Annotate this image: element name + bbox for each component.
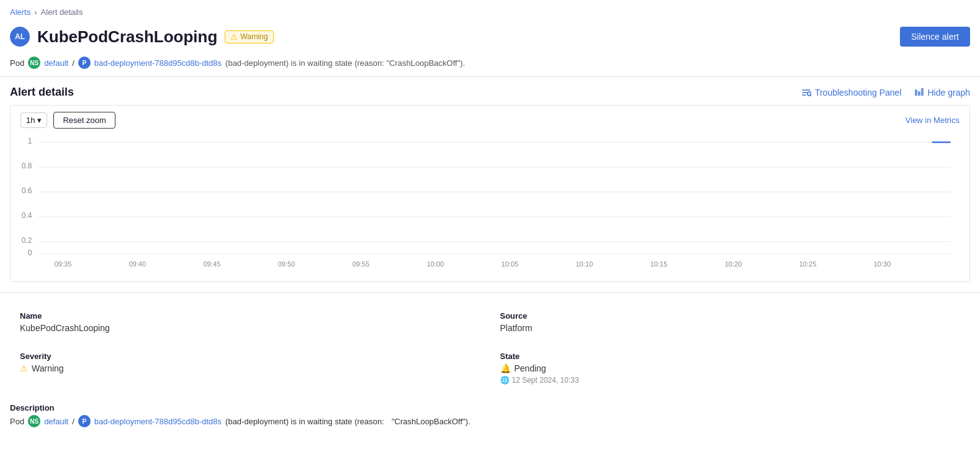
alert-details-title: Alert details (10, 86, 74, 99)
svg-text:0.6: 0.6 (22, 186, 32, 195)
state-value: Pending (515, 363, 546, 373)
globe-icon: 🌐 (500, 376, 510, 385)
since-value: 12 Sept 2024, 10:33 (512, 376, 579, 385)
svg-text:1: 1 (28, 137, 32, 145)
severity-warning-icon: ⚠ (20, 363, 28, 373)
svg-text:0.4: 0.4 (22, 211, 32, 220)
breadcrumb-current: Alert details (41, 7, 83, 17)
warning-icon: ⚠ (230, 32, 238, 42)
pod-prefix: Pod (10, 58, 24, 68)
graph-container: 1h ▾ Reset zoom View in Metrics 1 0.8 0.… (10, 105, 970, 282)
troubleshooting-label: Troubleshooting Panel (815, 88, 902, 98)
svg-text:10:00: 10:00 (427, 260, 444, 268)
state-value-container: 🔔 Pending (500, 363, 961, 373)
chart-svg: 1 0.8 0.6 0.4 0.2 0 09:35 09:40 09:45 09… (11, 132, 960, 269)
alert-details-header: Alert details Troubleshooting Panel Hide… (0, 77, 980, 105)
desc-pod-prefix: Pod (10, 417, 24, 426)
svg-text:10:30: 10:30 (874, 260, 891, 268)
warning-badge-label: Warning (240, 32, 267, 41)
namespace-link[interactable]: default (44, 58, 68, 68)
info-source-cell: Source Platform (490, 305, 971, 345)
svg-text:09:35: 09:35 (55, 260, 72, 268)
description-content: Pod NS default / P bad-deployment-788d95… (10, 415, 970, 427)
breadcrumb-separator: › (34, 7, 37, 17)
info-name-cell: Name KubePodCrashLooping (10, 305, 490, 345)
chart-area: 1 0.8 0.6 0.4 0.2 0 09:35 09:40 09:45 09… (11, 132, 969, 281)
svg-text:09:45: 09:45 (204, 260, 221, 268)
avatar: AL (10, 27, 30, 47)
troubleshooting-panel-button[interactable]: Troubleshooting Panel (801, 88, 902, 98)
time-range-value: 1h (26, 116, 35, 125)
svg-text:0: 0 (28, 248, 32, 257)
since-container: 🌐 12 Sept 2024, 10:33 (500, 376, 961, 385)
ns-badge: NS (28, 57, 40, 69)
svg-text:0.2: 0.2 (22, 236, 32, 245)
svg-text:10:20: 10:20 (725, 260, 742, 268)
svg-text:10:05: 10:05 (501, 260, 519, 268)
pod-link[interactable]: bad-deployment-788d95cd8b-dtd8s (94, 58, 222, 68)
graph-controls: 1h ▾ Reset zoom View in Metrics (11, 106, 969, 132)
svg-rect-1 (915, 89, 917, 96)
desc-ns-badge: NS (28, 415, 40, 427)
desc-p-badge: P (78, 415, 91, 427)
warning-badge: ⚠ Warning (225, 30, 273, 43)
silence-alert-button[interactable]: Silence alert (900, 27, 970, 47)
alert-header: AL KubePodCrashLooping ⚠ Warning Silence… (0, 22, 980, 54)
info-grid: Name KubePodCrashLooping Source Platform… (0, 292, 980, 397)
svg-text:09:50: 09:50 (278, 260, 295, 268)
svg-rect-3 (921, 88, 924, 96)
desc-namespace-link[interactable]: default (44, 417, 68, 426)
hide-graph-icon (914, 88, 924, 98)
breadcrumb: Alerts › Alert details (0, 0, 980, 22)
svg-text:10:15: 10:15 (650, 260, 668, 268)
svg-text:0.8: 0.8 (22, 162, 32, 170)
svg-text:09:55: 09:55 (353, 260, 370, 268)
description-label: Description (10, 403, 970, 412)
severity-value-container: ⚠ Warning (20, 363, 480, 373)
hide-graph-button[interactable]: Hide graph (914, 88, 971, 98)
chevron-down-icon: ▾ (37, 116, 42, 125)
reset-zoom-button[interactable]: Reset zoom (53, 112, 115, 129)
alert-title: KubePodCrashLooping (37, 27, 217, 47)
hide-graph-label: Hide graph (928, 88, 971, 98)
header-actions: Troubleshooting Panel Hide graph (801, 88, 970, 98)
source-value: Platform (500, 323, 961, 333)
troubleshooting-icon (801, 88, 811, 98)
desc-pod-link[interactable]: bad-deployment-788d95cd8b-dtd8s (94, 417, 222, 426)
name-label: Name (20, 311, 480, 321)
description-section: Description Pod NS default / P bad-deplo… (0, 397, 980, 440)
svg-text:09:40: 09:40 (129, 260, 146, 268)
view-in-metrics-link[interactable]: View in Metrics (906, 116, 960, 125)
severity-value: Warning (32, 363, 64, 373)
breadcrumb-alerts-link[interactable]: Alerts (10, 7, 30, 17)
bell-icon: 🔔 (500, 363, 511, 373)
svg-rect-2 (918, 91, 920, 96)
desc-text3: "CrashLoopBackOff"). (392, 417, 470, 426)
pod-info-line: Pod NS default / P bad-deployment-788d95… (0, 54, 980, 76)
source-label: Source (500, 311, 961, 321)
state-label: State (500, 352, 961, 361)
pod-description: (bad-deployment) is in waiting state (re… (225, 58, 465, 68)
info-state-cell: State 🔔 Pending 🌐 12 Sept 2024, 10:33 (490, 345, 971, 397)
info-severity-cell: Severity ⚠ Warning (10, 345, 490, 397)
svg-text:10:10: 10:10 (576, 260, 593, 268)
svg-text:10:25: 10:25 (799, 260, 817, 268)
desc-text2: (bad-deployment) is in waiting state (re… (225, 417, 384, 426)
p-badge: P (78, 57, 91, 69)
severity-label: Severity (20, 352, 480, 361)
time-range-selector[interactable]: 1h ▾ (20, 112, 47, 128)
name-value: KubePodCrashLooping (20, 323, 480, 333)
